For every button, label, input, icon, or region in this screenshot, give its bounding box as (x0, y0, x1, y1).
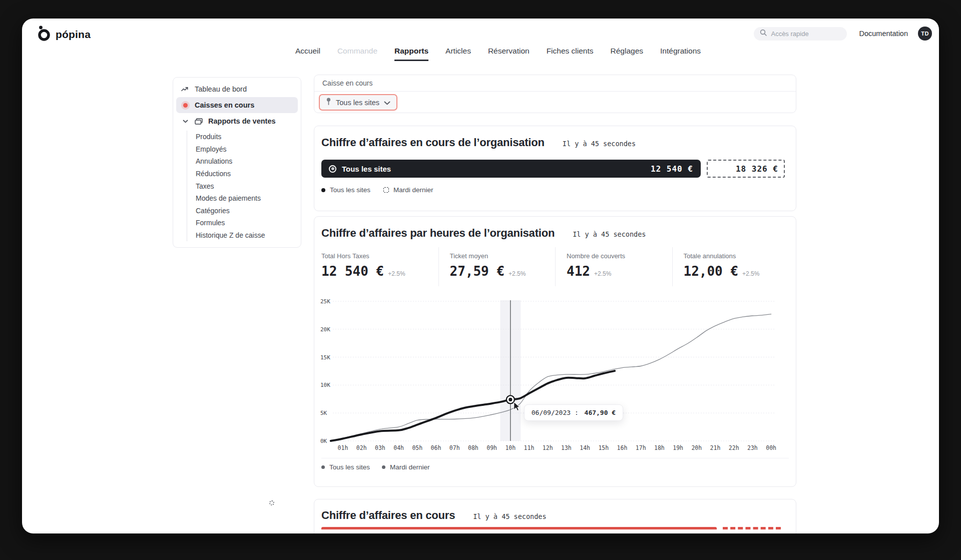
tab-rapports[interactable]: Rapports (394, 47, 428, 61)
legend-item-tous-les-sites[interactable]: Tous les sites (321, 463, 370, 471)
tab-reservation[interactable]: Réservation (488, 47, 530, 61)
tab-commande[interactable]: Commande (337, 47, 377, 61)
sidebar-item-caisses-en-cours[interactable]: Caisses en cours (176, 97, 298, 113)
live-dot-icon (181, 103, 189, 108)
sidebar-item-rapports-de-ventes[interactable]: Rapports de ventes (176, 113, 298, 129)
gray-dot-icon (321, 465, 325, 469)
tab-articles[interactable]: Articles (445, 47, 471, 61)
sidebar-item-label: Caisses en cours (195, 101, 254, 109)
sidebar-item-formules[interactable]: Formules (187, 217, 298, 229)
sidebar-item-historique-z-de-caisse[interactable]: Historique Z de caisse (187, 229, 298, 242)
y-axis-label: 5K (320, 410, 327, 416)
folders-icon (195, 118, 203, 125)
legend-item-tous-les-sites[interactable]: Tous les sites (321, 186, 370, 194)
legend-item-mardi-dernier[interactable]: Mardi dernier (382, 463, 430, 471)
documentation-link[interactable]: Documentation (859, 30, 908, 38)
x-axis-label: 08h (468, 444, 478, 451)
x-axis-label: 15h (598, 444, 609, 451)
stat-delta: +2.5% (742, 270, 759, 277)
chevron-down-icon (181, 120, 189, 123)
sidebar-item-taxes[interactable]: Taxes (187, 180, 298, 192)
search-icon (760, 29, 767, 38)
x-axis-label: 00h (766, 444, 776, 451)
series-line-mardi-dernier (331, 314, 771, 441)
y-axis-label: 20K (320, 326, 330, 333)
hourly-chart-legend: Tous les sitesMardi dernier (321, 458, 789, 471)
sidebar-subsection: ProduitsEmployésAnnulationsRéductionsTax… (187, 131, 298, 241)
x-axis-label: 06h (431, 444, 441, 451)
x-axis-label: 02h (356, 444, 367, 451)
hourly-revenue-title: Chiffre d’affaires par heures de l’organ… (321, 227, 555, 240)
sidebar-item-categories[interactable]: Catégories (187, 205, 298, 217)
org-revenue-legend: Tous les sitesMardi dernier (321, 186, 789, 194)
x-axis-label: 19h (673, 444, 683, 451)
search-input[interactable] (771, 30, 836, 38)
stat-ticket-moyen: Ticket moyen27,59 €+2.5% (438, 247, 556, 286)
tab-integrations[interactable]: Intégrations (660, 47, 701, 61)
stat-label: Nombre de couverts (567, 252, 672, 260)
sidebar-item-annulations[interactable]: Annulations (187, 155, 298, 168)
x-axis-label: 18h (654, 444, 665, 451)
org-revenue-card: Chiffre d’affaires en cours de l’organis… (314, 126, 796, 211)
gray-dot-icon (382, 465, 385, 469)
site-revenue-bar-label: Tous les sites (342, 165, 391, 173)
logo-icon (37, 26, 51, 44)
stat-totale-annulations: Totale annulations12,00 €+2.5% (672, 247, 789, 286)
site-filter-label: Tous les sites (336, 99, 379, 107)
sidebar-item-label: Rapports de ventes (208, 117, 276, 125)
stat-value: 12 540 € (321, 264, 384, 279)
x-axis-label: 10h (505, 444, 516, 451)
site-revenue-bar[interactable]: Tous les sites 12 540 € (321, 160, 701, 178)
stat-delta: +2.5% (594, 270, 611, 277)
stat-value: 412 (567, 264, 590, 279)
x-axis-label: 20h (691, 444, 702, 451)
logo-text: pópina (56, 29, 91, 41)
stat-nombre-de-couverts: Nombre de couverts412+2.5% (555, 247, 672, 286)
current-revenue-title: Chiffre d’affaires en cours (321, 509, 455, 522)
hourly-revenue-card: Chiffre d’affaires par heures de l’organ… (314, 216, 796, 487)
x-axis-label: 21h (710, 444, 721, 451)
legend-label: Mardi dernier (390, 463, 430, 471)
x-axis-label: 13h (561, 444, 572, 451)
x-axis-label: 22h (729, 444, 739, 451)
tab-accueil[interactable]: Accueil (295, 47, 320, 61)
x-axis-label: 23h (747, 444, 758, 451)
breadcrumb-card: Caisse en cours Tous les sites (314, 75, 796, 113)
hourly-revenue-updated: Il y à 45 secondes (573, 230, 646, 238)
x-axis-label: 05h (412, 444, 422, 451)
sidebar-item-tableau-de-bord[interactable]: Tableau de bord (176, 81, 298, 97)
avatar[interactable]: TD (918, 27, 932, 41)
x-axis-label: 16h (617, 444, 628, 451)
y-axis-label: 25K (320, 298, 330, 305)
stat-delta: +2.5% (509, 270, 526, 277)
red-compare-bar (723, 527, 781, 529)
y-axis-label: 0K (320, 438, 327, 444)
x-axis-label: 14h (580, 444, 590, 451)
app-window: pópina Documentation TD AccueilCommandeR… (22, 19, 939, 533)
stat-value: 12,00 € (684, 264, 739, 279)
tab-reglages[interactable]: Réglages (611, 47, 644, 61)
tab-fiches-clients[interactable]: Fiches clients (547, 47, 594, 61)
sidebar-item-employes[interactable]: Employés (187, 143, 298, 156)
y-axis-label: 15K (320, 354, 330, 361)
logo: pópina (37, 26, 91, 44)
sidebar: Tableau de bordCaisses en coursRapports … (173, 77, 301, 248)
stat-label: Totale annulations (684, 252, 789, 260)
site-filter-dropdown[interactable]: Tous les sites (319, 94, 397, 111)
x-axis-label: 11h (524, 444, 535, 451)
current-revenue-updated: Il y à 45 secondes (473, 512, 546, 520)
sidebar-item-label: Tableau de bord (195, 85, 247, 93)
sidebar-item-produits[interactable]: Produits (187, 131, 298, 143)
tooltip-date: 06/09/2023 (532, 409, 571, 416)
pin-icon (326, 98, 331, 107)
legend-item-mardi-dernier[interactable]: Mardi dernier (383, 186, 433, 194)
sidebar-item-modes-de-paiements[interactable]: Modes de paiements (187, 192, 298, 205)
sidebar-item-reductions[interactable]: Réductions (187, 168, 298, 180)
org-revenue-updated: Il y à 45 secondes (563, 140, 636, 148)
compare-revenue-box: 18 326 € (707, 160, 785, 178)
quick-search[interactable] (754, 27, 847, 41)
radio-dot-icon (329, 165, 336, 173)
stat-total-hors-taxes: Total Hors Taxes12 540 €+2.5% (321, 247, 438, 286)
stat-value: 27,59 € (450, 264, 505, 279)
x-axis-label: 01h (338, 444, 348, 451)
